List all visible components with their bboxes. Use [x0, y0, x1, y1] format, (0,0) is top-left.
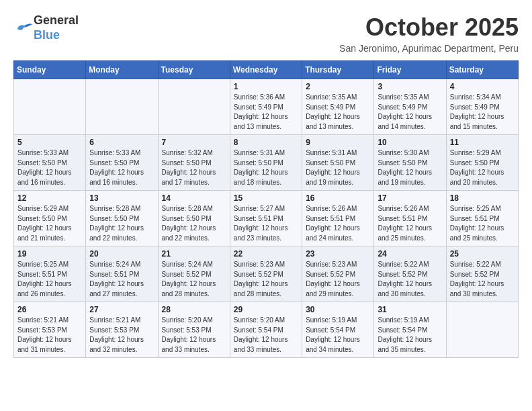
day-info: Sunrise: 5:20 AM Sunset: 5:53 PM Dayligh…: [162, 316, 226, 355]
title-block: October 2025 San Jeronimo, Apurimac Depa…: [339, 13, 519, 54]
day-number: 12: [17, 193, 82, 203]
calendar-cell: 26Sunrise: 5:21 AM Sunset: 5:53 PM Dayli…: [14, 302, 86, 358]
day-info: Sunrise: 5:30 AM Sunset: 5:50 PM Dayligh…: [378, 148, 442, 187]
day-number: 15: [234, 193, 298, 203]
day-info: Sunrise: 5:20 AM Sunset: 5:54 PM Dayligh…: [234, 316, 298, 355]
calendar-cell: 8Sunrise: 5:31 AM Sunset: 5:50 PM Daylig…: [230, 135, 302, 191]
day-info: Sunrise: 5:34 AM Sunset: 5:49 PM Dayligh…: [450, 93, 515, 132]
calendar-cell: 28Sunrise: 5:20 AM Sunset: 5:53 PM Dayli…: [158, 302, 230, 358]
calendar-week-row: 19Sunrise: 5:25 AM Sunset: 5:51 PM Dayli…: [14, 246, 519, 302]
weekday-header-tuesday: Tuesday: [158, 61, 230, 79]
location-title: San Jeronimo, Apurimac Department, Peru: [339, 43, 519, 54]
logo: General Blue: [13, 13, 79, 42]
day-number: 29: [234, 305, 298, 314]
day-number: 6: [89, 138, 154, 147]
calendar-cell: [86, 79, 158, 135]
day-info: Sunrise: 5:31 AM Sunset: 5:50 PM Dayligh…: [306, 148, 370, 187]
calendar-cell: 30Sunrise: 5:19 AM Sunset: 5:54 PM Dayli…: [302, 302, 374, 358]
day-info: Sunrise: 5:23 AM Sunset: 5:52 PM Dayligh…: [234, 260, 298, 299]
calendar-cell: 18Sunrise: 5:25 AM Sunset: 5:51 PM Dayli…: [446, 191, 518, 246]
calendar-cell: [158, 79, 230, 135]
day-number: 19: [17, 249, 82, 259]
weekday-header-saturday: Saturday: [446, 61, 518, 79]
day-number: 10: [378, 138, 442, 147]
day-info: Sunrise: 5:36 AM Sunset: 5:49 PM Dayligh…: [234, 93, 298, 132]
page-header: General Blue October 2025 San Jeronimo, …: [13, 13, 519, 54]
month-title: October 2025: [339, 13, 519, 42]
calendar-cell: 17Sunrise: 5:26 AM Sunset: 5:51 PM Dayli…: [374, 191, 446, 246]
calendar-cell: 2Sunrise: 5:35 AM Sunset: 5:49 PM Daylig…: [302, 79, 374, 135]
day-info: Sunrise: 5:33 AM Sunset: 5:50 PM Dayligh…: [17, 148, 82, 187]
calendar-cell: 3Sunrise: 5:35 AM Sunset: 5:49 PM Daylig…: [374, 79, 446, 135]
day-info: Sunrise: 5:28 AM Sunset: 5:50 PM Dayligh…: [162, 204, 226, 243]
calendar-cell: 16Sunrise: 5:26 AM Sunset: 5:51 PM Dayli…: [302, 191, 374, 246]
calendar-cell: [446, 302, 518, 358]
weekday-header-friday: Friday: [374, 61, 446, 79]
day-number: 31: [378, 305, 442, 314]
calendar-cell: 22Sunrise: 5:23 AM Sunset: 5:52 PM Dayli…: [230, 246, 302, 302]
calendar-week-row: 26Sunrise: 5:21 AM Sunset: 5:53 PM Dayli…: [14, 302, 519, 358]
weekday-header-wednesday: Wednesday: [230, 61, 302, 79]
calendar-table: SundayMondayTuesdayWednesdayThursdayFrid…: [13, 60, 519, 358]
day-number: 24: [378, 249, 442, 259]
calendar-cell: 21Sunrise: 5:24 AM Sunset: 5:52 PM Dayli…: [158, 246, 230, 302]
weekday-header-sunday: Sunday: [14, 61, 86, 79]
day-number: 22: [234, 249, 298, 259]
day-number: 28: [162, 305, 226, 314]
day-info: Sunrise: 5:28 AM Sunset: 5:50 PM Dayligh…: [89, 204, 154, 243]
day-number: 14: [162, 193, 226, 203]
day-info: Sunrise: 5:21 AM Sunset: 5:53 PM Dayligh…: [17, 316, 82, 355]
day-number: 7: [162, 138, 226, 147]
day-number: 26: [17, 305, 82, 314]
day-number: 21: [162, 249, 226, 259]
calendar-week-row: 5Sunrise: 5:33 AM Sunset: 5:50 PM Daylig…: [14, 135, 519, 191]
day-number: 11: [450, 138, 515, 147]
day-number: 23: [306, 249, 370, 259]
day-info: Sunrise: 5:21 AM Sunset: 5:53 PM Dayligh…: [89, 316, 154, 355]
calendar-cell: 24Sunrise: 5:22 AM Sunset: 5:52 PM Dayli…: [374, 246, 446, 302]
day-number: 8: [234, 138, 298, 147]
day-info: Sunrise: 5:22 AM Sunset: 5:52 PM Dayligh…: [450, 260, 515, 299]
day-number: 13: [89, 193, 154, 203]
day-info: Sunrise: 5:25 AM Sunset: 5:51 PM Dayligh…: [17, 260, 82, 299]
weekday-header-monday: Monday: [86, 61, 158, 79]
day-info: Sunrise: 5:24 AM Sunset: 5:51 PM Dayligh…: [89, 260, 154, 299]
day-info: Sunrise: 5:25 AM Sunset: 5:51 PM Dayligh…: [450, 204, 515, 243]
day-info: Sunrise: 5:33 AM Sunset: 5:50 PM Dayligh…: [89, 148, 154, 187]
day-info: Sunrise: 5:31 AM Sunset: 5:50 PM Dayligh…: [234, 148, 298, 187]
weekday-header-thursday: Thursday: [302, 61, 374, 79]
calendar-cell: 6Sunrise: 5:33 AM Sunset: 5:50 PM Daylig…: [86, 135, 158, 191]
logo-text: General Blue: [34, 13, 79, 42]
day-number: 3: [378, 82, 442, 91]
calendar-cell: 11Sunrise: 5:29 AM Sunset: 5:50 PM Dayli…: [446, 135, 518, 191]
day-info: Sunrise: 5:19 AM Sunset: 5:54 PM Dayligh…: [306, 316, 370, 355]
day-info: Sunrise: 5:26 AM Sunset: 5:51 PM Dayligh…: [306, 204, 370, 243]
day-number: 27: [89, 305, 154, 314]
day-number: 4: [450, 82, 515, 91]
day-number: 20: [89, 249, 154, 259]
day-number: 25: [450, 249, 515, 259]
day-number: 1: [234, 82, 298, 91]
day-info: Sunrise: 5:35 AM Sunset: 5:49 PM Dayligh…: [378, 93, 442, 132]
day-info: Sunrise: 5:22 AM Sunset: 5:52 PM Dayligh…: [378, 260, 442, 299]
day-info: Sunrise: 5:26 AM Sunset: 5:51 PM Dayligh…: [378, 204, 442, 243]
calendar-week-row: 12Sunrise: 5:29 AM Sunset: 5:50 PM Dayli…: [14, 191, 519, 246]
day-info: Sunrise: 5:19 AM Sunset: 5:54 PM Dayligh…: [378, 316, 442, 355]
calendar-cell: 1Sunrise: 5:36 AM Sunset: 5:49 PM Daylig…: [230, 79, 302, 135]
day-number: 17: [378, 193, 442, 203]
calendar-cell: 23Sunrise: 5:23 AM Sunset: 5:52 PM Dayli…: [302, 246, 374, 302]
calendar-cell: 15Sunrise: 5:27 AM Sunset: 5:51 PM Dayli…: [230, 191, 302, 246]
calendar-cell: 27Sunrise: 5:21 AM Sunset: 5:53 PM Dayli…: [86, 302, 158, 358]
calendar-cell: 20Sunrise: 5:24 AM Sunset: 5:51 PM Dayli…: [86, 246, 158, 302]
weekday-header-row: SundayMondayTuesdayWednesdayThursdayFrid…: [14, 61, 519, 79]
day-info: Sunrise: 5:23 AM Sunset: 5:52 PM Dayligh…: [306, 260, 370, 299]
calendar-cell: 19Sunrise: 5:25 AM Sunset: 5:51 PM Dayli…: [14, 246, 86, 302]
calendar-cell: 13Sunrise: 5:28 AM Sunset: 5:50 PM Dayli…: [86, 191, 158, 246]
calendar-cell: 14Sunrise: 5:28 AM Sunset: 5:50 PM Dayli…: [158, 191, 230, 246]
calendar-cell: [14, 79, 86, 135]
day-number: 9: [306, 138, 370, 147]
day-info: Sunrise: 5:24 AM Sunset: 5:52 PM Dayligh…: [162, 260, 226, 299]
calendar-cell: 31Sunrise: 5:19 AM Sunset: 5:54 PM Dayli…: [374, 302, 446, 358]
day-number: 30: [306, 305, 370, 314]
calendar-week-row: 1Sunrise: 5:36 AM Sunset: 5:49 PM Daylig…: [14, 79, 519, 135]
